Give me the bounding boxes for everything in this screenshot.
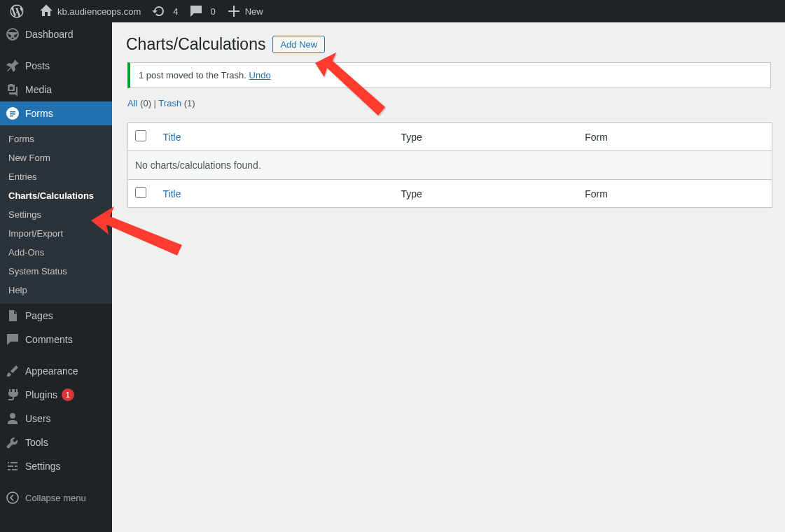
comment-icon (189, 4, 203, 18)
menu-media[interactable]: Media (0, 78, 112, 102)
menu-label: Appearance (25, 365, 78, 377)
collapse-menu[interactable]: Collapse menu (0, 486, 112, 510)
filter-all[interactable]: All (127, 98, 137, 108)
table-footer-row: Title Type Form (128, 180, 772, 208)
dashboard-icon (6, 27, 20, 41)
submenu-import-export[interactable]: Import/Export (0, 224, 112, 243)
comments-link[interactable]: 0 (183, 0, 221, 22)
updates-count: 4 (173, 6, 178, 17)
site-name: kb.audienceops.com (57, 6, 141, 17)
menu-label: Forms (25, 108, 53, 119)
admin-bar: kb.audienceops.com 4 0 New (0, 0, 785, 22)
empty-message: No charts/calculations found. (128, 151, 772, 180)
menu-label: Dashboard (25, 29, 74, 40)
col-title-sort[interactable]: Title (163, 132, 181, 143)
notice-text: 1 post moved to the Trash. (139, 70, 249, 80)
col-type-bottom: Type (394, 180, 578, 208)
admin-sidebar: Dashboard Posts Media Forms Forms New Fo… (0, 22, 112, 532)
menu-tools[interactable]: Tools (0, 430, 112, 454)
menu-label: Posts (25, 60, 50, 71)
sliders-icon (6, 459, 20, 473)
menu-settings[interactable]: Settings (0, 454, 112, 478)
brush-icon (6, 364, 20, 378)
undo-link[interactable]: Undo (249, 70, 271, 80)
submenu-forms-list[interactable]: Forms (0, 130, 112, 148)
menu-label: Plugins (25, 389, 57, 400)
trash-notice: 1 post moved to the Trash. Undo (127, 62, 771, 88)
comments-icon (6, 332, 20, 346)
menu-forms[interactable]: Forms (0, 102, 112, 125)
col-title-sort-bottom[interactable]: Title (163, 188, 181, 200)
plus-icon (227, 4, 241, 18)
forms-icon (6, 106, 20, 120)
page-content: Charts/Calculations Add New 1 post moved… (112, 22, 785, 532)
user-icon (6, 412, 20, 426)
add-new-button[interactable]: Add New (272, 36, 325, 53)
plug-icon (6, 388, 20, 402)
pages-icon (6, 309, 20, 323)
select-all-checkbox-top[interactable] (135, 130, 146, 141)
menu-appearance[interactable]: Appearance (0, 359, 112, 383)
charts-table: Title Type Form No charts/calculations f… (127, 122, 772, 208)
submenu-entries[interactable]: Entries (0, 167, 112, 186)
filter-all-count: (0) (140, 98, 151, 108)
col-type: Type (394, 123, 578, 151)
menu-label: Pages (25, 310, 53, 321)
table-empty-row: No charts/calculations found. (128, 151, 772, 180)
site-link[interactable]: kb.audienceops.com (34, 0, 146, 22)
media-icon (6, 83, 20, 97)
wordpress-icon (10, 4, 24, 18)
updates-link[interactable]: 4 (146, 0, 183, 22)
menu-dashboard[interactable]: Dashboard (0, 22, 112, 46)
menu-users[interactable]: Users (0, 407, 112, 430)
collapse-label: Collapse menu (25, 493, 86, 503)
table-header-row: Title Type Form (128, 123, 772, 151)
page-header: Charts/Calculations Add New (126, 35, 771, 54)
menu-label: Media (25, 84, 52, 95)
submenu-new-form[interactable]: New Form (0, 148, 112, 167)
status-filters: All (0) | Trash (1) (127, 98, 771, 108)
submenu-help[interactable]: Help (0, 281, 112, 300)
select-all-checkbox-bottom[interactable] (135, 187, 146, 198)
comments-count: 0 (210, 6, 215, 17)
menu-label: Users (25, 413, 51, 424)
menu-label: Comments (25, 334, 73, 345)
new-content-link[interactable]: New (221, 0, 269, 22)
menu-plugins[interactable]: Plugins 1 (0, 383, 112, 407)
filter-trash[interactable]: Trash (158, 98, 181, 108)
menu-posts[interactable]: Posts (0, 54, 112, 78)
page-title: Charts/Calculations (126, 35, 265, 54)
wp-logo[interactable] (4, 0, 34, 22)
pin-icon (6, 59, 20, 73)
submenu-settings[interactable]: Settings (0, 205, 112, 224)
home-icon (39, 4, 53, 18)
menu-label: Tools (25, 437, 48, 448)
submenu-forms: Forms New Form Entries Charts/Calculatio… (0, 125, 112, 304)
new-label: New (245, 6, 263, 17)
plugins-update-badge: 1 (62, 388, 74, 401)
menu-pages[interactable]: Pages (0, 304, 112, 328)
refresh-icon (152, 4, 166, 18)
col-form-bottom: Form (578, 180, 772, 208)
menu-label: Settings (25, 461, 61, 472)
filter-trash-count: (1) (184, 98, 195, 108)
submenu-charts[interactable]: Charts/Calculations (0, 186, 112, 205)
wrench-icon (6, 435, 20, 449)
submenu-addons[interactable]: Add-Ons (0, 243, 112, 262)
svg-point-1 (7, 492, 18, 503)
submenu-system-status[interactable]: System Status (0, 262, 112, 281)
menu-comments[interactable]: Comments (0, 328, 112, 351)
collapse-icon (6, 491, 20, 505)
col-form: Form (578, 123, 772, 151)
